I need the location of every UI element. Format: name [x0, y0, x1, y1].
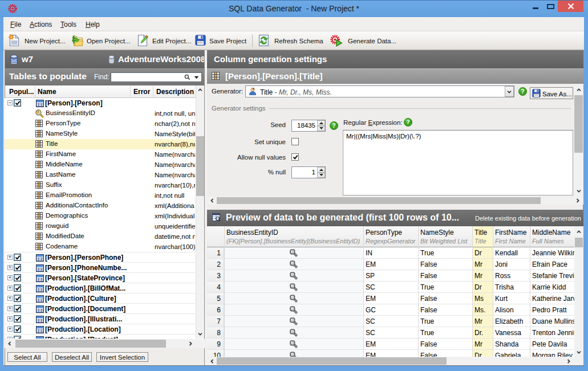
- svg-text:?: ?: [521, 88, 524, 95]
- svg-text:?: ?: [406, 119, 409, 125]
- svg-text:?: ?: [332, 122, 335, 129]
